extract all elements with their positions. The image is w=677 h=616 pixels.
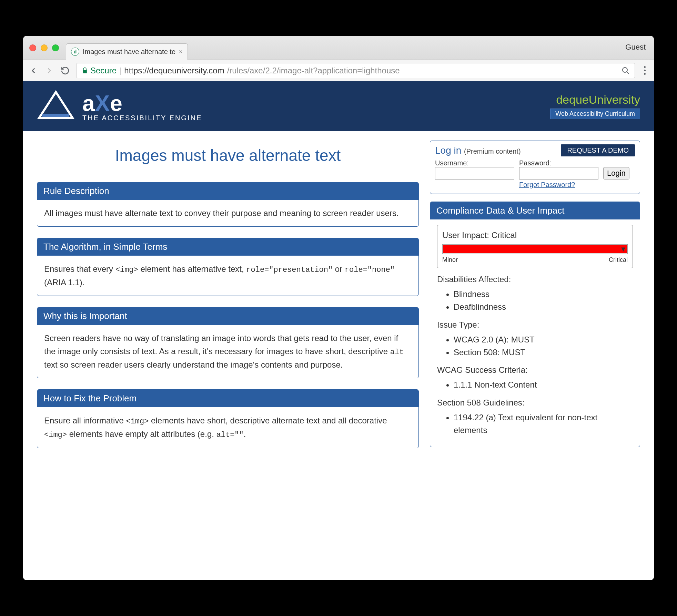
tab-title: Images must have alternate te [83, 48, 175, 56]
minimize-window-button[interactable] [41, 44, 48, 51]
site-header: aXe THE ACCESSIBILITY ENGINE dequeUniver… [23, 81, 654, 131]
wcag-list: 1.1.1 Non-text Content [454, 378, 633, 391]
login-button[interactable]: Login [603, 167, 629, 179]
compliance-panel: Compliance Data & User Impact User Impac… [430, 202, 640, 447]
menu-button[interactable] [641, 66, 648, 75]
panel-header: Rule Description [37, 182, 418, 200]
impact-meter: ▼ [442, 244, 628, 254]
forgot-password-link[interactable]: Forgot Password? [519, 181, 635, 189]
list-item: Blindness [454, 288, 633, 300]
password-label: Password: [519, 159, 598, 167]
panel-body: Screen readers have no way of translatin… [37, 325, 418, 378]
request-demo-button[interactable]: REQUEST A DEMO [561, 144, 635, 156]
svg-point-0 [623, 68, 627, 72]
brand-subtitle: Web Accessibility Curriculum [550, 109, 640, 119]
login-title: Log in (Premium content) [435, 145, 521, 156]
forward-button[interactable] [44, 66, 54, 75]
panel-header: Why this is Important [37, 307, 418, 325]
why-important-panel: Why this is Important Screen readers hav… [37, 307, 419, 378]
panel-body: All images must have alternate text to c… [37, 200, 418, 226]
url-host: https://dequeuniversity.com [124, 66, 224, 75]
page-title: Images must have alternate text [37, 146, 419, 165]
close-window-button[interactable] [29, 44, 36, 51]
page-content: aXe THE ACCESSIBILITY ENGINE dequeUniver… [23, 81, 654, 580]
axe-logo[interactable]: aXe THE ACCESSIBILITY ENGINE [37, 90, 202, 122]
axe-tagline: THE ACCESSIBILITY ENGINE [82, 114, 202, 122]
axe-wordmark: aXe [82, 91, 202, 116]
user-impact-block: User Impact: Critical ▼ MinorCritical [437, 225, 633, 268]
chrome-header: d Images must have alternate te × Guest [23, 36, 654, 60]
reload-button[interactable] [60, 66, 70, 75]
impact-marker-icon: ▼ [620, 244, 627, 255]
disabilities-list: Blindness Deafblindness [454, 288, 633, 313]
username-input[interactable] [435, 167, 514, 179]
login-panel: Log in (Premium content) REQUEST A DEMO … [430, 141, 640, 194]
list-item: Deafblindness [454, 300, 633, 313]
back-button[interactable] [29, 66, 38, 75]
browser-window: d Images must have alternate te × Guest … [23, 36, 654, 580]
list-item: Section 508: MUST [454, 346, 633, 359]
wcag-label: WCAG Success Criteria: [437, 363, 633, 376]
password-input[interactable] [519, 167, 598, 179]
issue-type-label: Issue Type: [437, 318, 633, 331]
issue-type-list: WCAG 2.0 (A): MUST Section 508: MUST [454, 333, 633, 359]
list-item: 1.1.1 Non-text Content [454, 378, 633, 391]
traffic-lights [29, 44, 59, 51]
panel-body: Ensure all informative <img> elements ha… [37, 407, 418, 448]
url-path: /rules/axe/2.2/image-alt?application=lig… [227, 66, 400, 75]
search-icon[interactable] [622, 66, 630, 75]
favicon-icon: d [71, 48, 79, 56]
deque-university-brand[interactable]: dequeUniversity Web Accessibility Curric… [550, 93, 640, 119]
secure-indicator: Secure [81, 66, 117, 75]
username-label: Username: [435, 159, 514, 167]
list-item: WCAG 2.0 (A): MUST [454, 333, 633, 346]
close-tab-icon[interactable]: × [179, 48, 183, 55]
panel-header: The Algorithm, in Simple Terms [37, 238, 418, 256]
panel-header: Compliance Data & User Impact [430, 202, 640, 219]
maximize-window-button[interactable] [52, 44, 59, 51]
url-bar: Secure | https://dequeuniversity.com/rul… [23, 60, 654, 81]
panel-header: How to Fix the Problem [37, 390, 418, 407]
list-item: 1194.22 (a) Text equivalent for non-text… [454, 411, 633, 437]
browser-tab[interactable]: d Images must have alternate te × [66, 43, 188, 60]
panel-body: Ensures that every <img> element has alt… [37, 256, 418, 296]
rule-description-panel: Rule Description All images must have al… [37, 182, 419, 227]
disabilities-label: Disabilities Affected: [437, 273, 633, 286]
lock-icon [81, 67, 88, 74]
s508-label: Section 508 Guidelines: [437, 396, 633, 409]
url-input[interactable]: Secure | https://dequeuniversity.com/rul… [76, 63, 635, 78]
how-to-fix-panel: How to Fix the Problem Ensure all inform… [37, 389, 419, 448]
profile-label[interactable]: Guest [625, 43, 646, 52]
algorithm-panel: The Algorithm, in Simple Terms Ensures t… [37, 238, 419, 296]
s508-list: 1194.22 (a) Text equivalent for non-text… [454, 411, 633, 437]
axe-triangle-icon [37, 90, 75, 122]
